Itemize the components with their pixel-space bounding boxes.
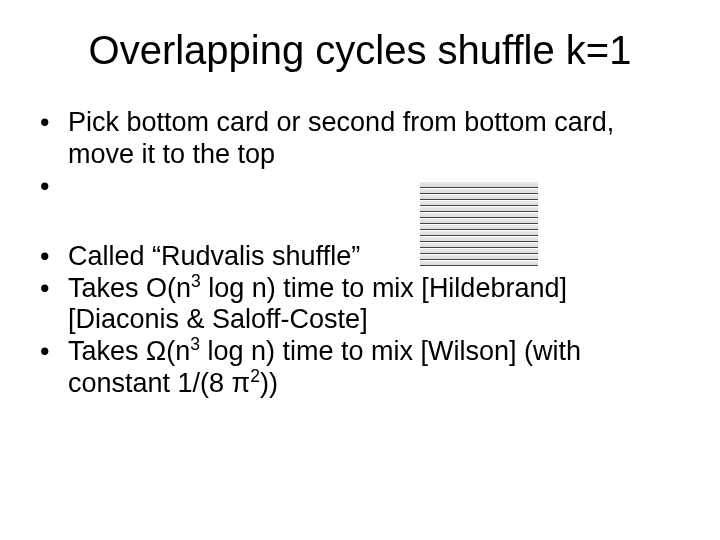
bullet-2-text: Called “Rudvalis shuffle” [68,241,360,271]
bullet-3: Takes O(n3 log n) time to mix [Hildebran… [40,273,680,337]
bullet-1: Pick bottom card or second from bottom c… [40,107,680,171]
bullet-4-sup: 3 [190,334,200,354]
bullet-4-pre: Takes Ω(n [68,336,190,366]
slide: Overlapping cycles shuffle k=1 Pick bott… [0,0,720,540]
bullet-1-text: Pick bottom card or second from bottom c… [68,107,614,169]
bullet-4-sup2: 2 [250,366,260,386]
card-stack-icon [420,182,538,267]
bullet-gap [40,171,680,241]
bullet-4: Takes Ω(n3 log n) time to mix [Wilson] (… [40,336,680,400]
bullet-3-sup: 3 [191,271,201,291]
slide-title: Overlapping cycles shuffle k=1 [40,28,680,73]
bullet-3-pre: Takes O(n [68,273,191,303]
bullet-list: Pick bottom card or second from bottom c… [40,107,680,400]
bullet-4-end: )) [260,368,278,398]
bullet-2: Called “Rudvalis shuffle” [40,241,680,273]
